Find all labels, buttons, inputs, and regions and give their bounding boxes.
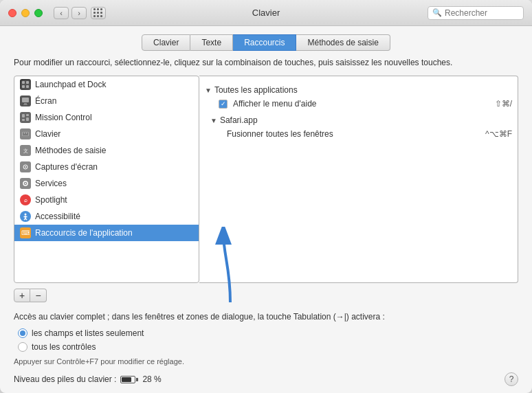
list-item-keyboard[interactable]: Clavier xyxy=(14,126,199,142)
titlebar: ‹ › Clavier 🔍 xyxy=(0,0,532,26)
list-item-services[interactable]: Services xyxy=(14,175,199,192)
accessibility-icon xyxy=(20,211,31,222)
bottom-section: Accès au clavier complet ; dans les fenê… xyxy=(14,311,518,366)
list-item-input[interactable]: 文 Méthodes de saisie xyxy=(14,142,199,159)
keyboard-label: Clavier xyxy=(35,129,60,139)
forward-button[interactable]: › xyxy=(71,7,87,19)
tab-clavier[interactable]: Clavier xyxy=(142,34,190,51)
minimize-button[interactable] xyxy=(21,9,30,17)
battery-value: 28 % xyxy=(142,374,161,384)
list-item-launchpad[interactable]: Launchpad et Dock xyxy=(14,76,199,93)
svg-rect-9 xyxy=(22,114,25,117)
checkbox-check-icon: ✓ xyxy=(221,100,226,107)
spotlight-label: Spotlight xyxy=(35,195,67,205)
screen-icon xyxy=(20,96,31,106)
launchpad-label: Launchpad et Dock xyxy=(35,80,106,89)
maximize-button[interactable] xyxy=(34,9,43,17)
tree-section-safari: ▼ Safari.app Fusionner toutes les fenêtr… xyxy=(199,112,518,142)
safari-label: Safari.app xyxy=(220,115,258,125)
svg-point-29 xyxy=(25,214,27,216)
keyboard-list-icon xyxy=(20,128,31,139)
list-item-screen[interactable]: Écran xyxy=(14,93,199,109)
launchpad-icon xyxy=(20,79,31,90)
search-box[interactable]: 🔍 xyxy=(428,6,524,20)
grid-button[interactable] xyxy=(91,7,106,19)
battery-fill xyxy=(122,377,131,382)
svg-rect-15 xyxy=(25,133,26,134)
remove-button[interactable]: − xyxy=(30,289,47,302)
svg-text:⌕: ⌕ xyxy=(24,197,27,203)
svg-rect-12 xyxy=(22,119,25,121)
close-button[interactable] xyxy=(8,9,16,17)
battery-level: Niveau des piles du clavier : 28 % xyxy=(14,374,162,384)
svg-text:⌨: ⌨ xyxy=(21,229,30,236)
tab-texte[interactable]: Texte xyxy=(190,34,233,51)
list-item-spotlight[interactable]: ⌕ Spotlight xyxy=(14,192,199,208)
right-panel: ▼ Toutes les applications ✓ Afficher le … xyxy=(199,76,518,283)
radio-fields[interactable] xyxy=(18,328,27,338)
safari-arrow-icon: ▼ xyxy=(210,117,217,124)
svg-rect-10 xyxy=(26,114,29,116)
input-icon: 文 xyxy=(20,145,31,156)
list-item-mission[interactable]: Mission Control xyxy=(14,109,199,126)
help-button[interactable]: ? xyxy=(505,372,518,386)
input-label: Méthodes de saisie xyxy=(35,146,106,155)
battery-label: Niveau des piles du clavier : xyxy=(14,374,116,384)
svg-rect-13 xyxy=(22,132,29,136)
services-icon xyxy=(20,178,31,189)
tab-raccourcis[interactable]: Raccourcis xyxy=(233,34,296,51)
shortcuts-icon: ⌨ xyxy=(20,227,31,238)
main-panel: Launchpad et Dock Écran Mission Control xyxy=(14,76,518,283)
mission-label: Mission Control xyxy=(35,113,92,122)
radio-group: les champs et listes seulement tous les … xyxy=(18,328,518,352)
main-window: ‹ › Clavier 🔍 Clavier Texte Raccourcis M… xyxy=(0,0,532,393)
svg-point-22 xyxy=(25,166,26,168)
bottom-description: Accès au clavier complet ; dans les fenê… xyxy=(14,311,518,323)
svg-rect-16 xyxy=(27,133,28,134)
svg-point-25 xyxy=(25,183,26,184)
spotlight-icon: ⌕ xyxy=(20,194,31,205)
aide-checkbox[interactable]: ✓ xyxy=(219,100,228,109)
search-icon: 🔍 xyxy=(432,8,442,17)
list-item-accessibility[interactable]: Accessibilité xyxy=(14,208,199,225)
fusionner-shortcut: ^⌥⌘F xyxy=(485,129,512,139)
traffic-lights xyxy=(8,9,43,17)
nav-buttons: ‹ › xyxy=(54,7,87,19)
radio-fields-label: les champs et listes seulement xyxy=(32,328,144,338)
add-remove-bar: + − xyxy=(14,289,47,302)
search-input[interactable] xyxy=(445,8,519,18)
svg-rect-2 xyxy=(26,81,29,84)
fusionner-item[interactable]: Fusionner toutes les fenêtres ^⌥⌘F xyxy=(199,127,518,141)
tree-item-aide[interactable]: ✓ Afficher le menu d'aide ⇧⌘/ xyxy=(199,97,518,111)
tree-header-all-apps: ▼ Toutes les applications xyxy=(199,83,518,97)
svg-rect-4 xyxy=(26,85,29,88)
tree-section-all-apps: ▼ Toutes les applications ✓ Afficher le … xyxy=(199,82,518,112)
description-text: Pour modifier un raccourci, sélectionnez… xyxy=(14,56,518,69)
fusionner-label: Fusionner toutes les fenêtres xyxy=(227,129,333,139)
tab-methodes[interactable]: Méthodes de saisie xyxy=(296,34,390,51)
left-list: Launchpad et Dock Écran Mission Control xyxy=(14,76,199,283)
all-apps-label: Toutes les applications xyxy=(214,85,298,95)
footer-row: Niveau des piles du clavier : 28 % ? xyxy=(14,372,518,386)
list-item-screenshot[interactable]: Captures d'écran xyxy=(14,159,199,175)
radio-row-fields[interactable]: les champs et listes seulement xyxy=(18,328,518,338)
hint-text: Appuyer sur Contrôle+F7 pour modifier ce… xyxy=(14,357,518,366)
radio-inner-icon xyxy=(20,330,25,336)
radio-controls-label: tous les contrôles xyxy=(32,342,96,352)
battery-body xyxy=(120,376,135,383)
content-area: Pour modifier un raccourci, sélectionnez… xyxy=(0,56,532,393)
svg-rect-7 xyxy=(23,104,27,105)
aide-shortcut: ⇧⌘/ xyxy=(495,99,512,109)
radio-controls[interactable] xyxy=(18,342,27,352)
svg-rect-5 xyxy=(22,98,29,102)
accessibility-label: Accessibilité xyxy=(35,212,80,221)
back-button[interactable]: ‹ xyxy=(54,7,69,19)
tree-arrow-icon: ▼ xyxy=(205,87,212,94)
radio-row-controls[interactable]: tous les contrôles xyxy=(18,342,518,352)
svg-rect-1 xyxy=(22,81,25,84)
list-item-shortcuts[interactable]: ⌨ Raccourcis de l'application xyxy=(14,225,199,241)
svg-rect-11 xyxy=(26,117,29,121)
add-button[interactable]: + xyxy=(14,289,30,302)
svg-rect-17 xyxy=(23,135,28,136)
battery-tip xyxy=(136,378,138,381)
